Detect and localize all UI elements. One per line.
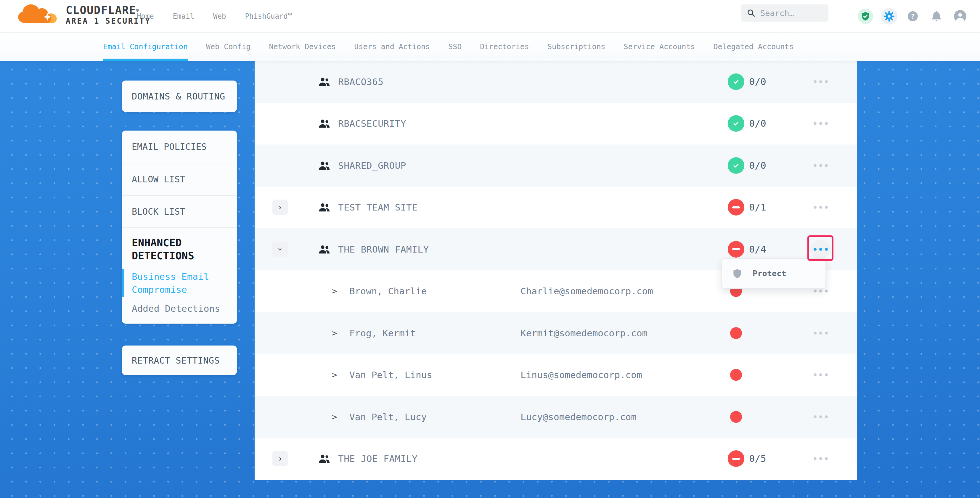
- sidebar-item-email-policies[interactable]: EMAIL POLICIES: [122, 130, 237, 163]
- row-menu-button[interactable]: [810, 448, 831, 469]
- shield-check-icon[interactable]: [858, 9, 873, 24]
- tab-sso[interactable]: SSO: [448, 33, 461, 61]
- tab-directories[interactable]: Directories: [480, 33, 529, 61]
- status-disabled-icon: [728, 450, 745, 467]
- cloudflare-logo-icon: [16, 2, 64, 25]
- protected-count: 0/4: [749, 243, 766, 255]
- status-disabled-icon: [728, 241, 745, 258]
- chevron-right-icon[interactable]: >: [332, 370, 337, 380]
- app-header: CLOUDFLARE® AREA 1 SECURITY Home Email W…: [0, 0, 980, 33]
- expand-row-button[interactable]: ›: [272, 200, 288, 215]
- group-name: RBACO365: [338, 76, 383, 87]
- table-row: › TEST TEAM SITE 0/1: [255, 186, 857, 229]
- collapse-row-button[interactable]: ›: [272, 242, 288, 257]
- search-icon: [747, 9, 756, 18]
- table-row: > Van Pelt, Lucy Lucy@somedemocorp.com: [255, 396, 857, 438]
- member-name: Van Pelt, Linus: [349, 369, 432, 380]
- protected-count: 0/1: [749, 202, 766, 213]
- chevron-right-icon: ›: [278, 455, 282, 463]
- group-people-icon: [317, 75, 331, 89]
- nav-item-email[interactable]: Email: [173, 12, 194, 21]
- row-menu-button[interactable]: [810, 323, 831, 344]
- retract-settings-label: RETRACT SETTINGS: [122, 355, 220, 366]
- enhanced-detections-section: ENHANCED DETECTIONS Business Email Compr…: [122, 228, 237, 323]
- row-menu-button[interactable]: [810, 197, 831, 218]
- chevron-right-icon[interactable]: >: [332, 328, 337, 338]
- header-icon-cluster: ?: [854, 0, 972, 33]
- nav-item-phishguard[interactable]: PhishGuard™: [245, 12, 292, 21]
- tab-subscriptions[interactable]: Subscriptions: [547, 33, 606, 61]
- sidebar-item-block-list[interactable]: BLOCK LIST: [122, 195, 237, 228]
- active-indicator-bar: [122, 269, 124, 297]
- nav-item-home[interactable]: Home: [137, 12, 154, 21]
- settings-gear-icon[interactable]: [881, 8, 897, 25]
- group-people-icon: [317, 117, 331, 130]
- member-email: Charlie@somedemocorp.com: [520, 286, 653, 296]
- table-row: RBACSECURITY 0/0: [255, 103, 857, 145]
- secondary-navigation: Email Configuration Web Config Network D…: [0, 33, 980, 61]
- row-menu-button[interactable]: [810, 364, 831, 385]
- table-row: RBACO365 0/0: [255, 61, 857, 103]
- sidebar-card-policies: EMAIL POLICIES ALLOW LIST BLOCK LIST ENH…: [122, 130, 237, 324]
- status-dot: [730, 411, 742, 423]
- enhanced-detections-title: ENHANCED DETECTIONS: [132, 236, 212, 263]
- group-name: THE BROWN FAMILY: [338, 244, 429, 255]
- member-email: Lucy@somedemocorp.com: [520, 412, 636, 422]
- status-enabled-icon: [728, 73, 745, 90]
- row-menu-button[interactable]: [810, 71, 831, 92]
- member-name: Brown, Charlie: [349, 286, 426, 296]
- sidebar-card-retract-settings[interactable]: RETRACT SETTINGS: [122, 345, 237, 375]
- top-navigation: Home Email Web PhishGuard™: [137, 0, 292, 33]
- status-enabled-icon: [728, 157, 745, 174]
- row-menu-button[interactable]: [810, 113, 831, 134]
- tab-web-config[interactable]: Web Config: [206, 33, 251, 61]
- user-avatar-icon[interactable]: [954, 10, 966, 22]
- sidebar-card-domains-routing[interactable]: DOMAINS & ROUTING: [122, 81, 237, 112]
- search-box[interactable]: [741, 5, 829, 22]
- sidebar-item-added-detections[interactable]: Added Detections: [132, 303, 228, 314]
- protected-count: 0/5: [749, 453, 766, 464]
- table-row: > Van Pelt, Linus Linus@somedemocorp.com: [255, 354, 857, 396]
- protected-count: 0/0: [749, 160, 766, 171]
- search-input[interactable]: [760, 9, 822, 18]
- chevron-right-icon[interactable]: >: [332, 412, 337, 422]
- status-enabled-icon: [728, 115, 745, 132]
- row-menu-button[interactable]: [810, 406, 831, 428]
- member-name: Frog, Kermit: [349, 328, 416, 339]
- protected-count: 0/0: [749, 118, 766, 129]
- expand-row-button[interactable]: ›: [272, 451, 288, 466]
- nav-item-web[interactable]: Web: [213, 12, 226, 21]
- tab-users-and-actions[interactable]: Users and Actions: [354, 33, 430, 61]
- row-menu-button[interactable]: [810, 155, 831, 176]
- table-row: > Frog, Kermit Kermit@somedemocorp.com: [255, 312, 857, 354]
- group-people-icon: [317, 200, 331, 214]
- tab-network-devices[interactable]: Network Devices: [269, 33, 336, 61]
- domains-routing-label: DOMAINS & ROUTING: [122, 91, 225, 102]
- protected-count: 0/0: [749, 76, 766, 88]
- sidebar-item-allow-list[interactable]: ALLOW LIST: [122, 163, 237, 195]
- group-name: THE JOE FAMILY: [338, 453, 417, 464]
- status-dot: [730, 327, 742, 339]
- tab-service-accounts[interactable]: Service Accounts: [624, 33, 695, 61]
- help-icon[interactable]: ?: [908, 11, 918, 21]
- group-people-icon: [317, 159, 331, 172]
- business-email-compromise-label: Business Email Compromise: [132, 271, 209, 295]
- row-menu-button-active[interactable]: [811, 240, 830, 259]
- chevron-right-icon: ›: [278, 204, 282, 211]
- member-name: Van Pelt, Lucy: [349, 412, 426, 422]
- row-context-menu[interactable]: Protect: [722, 258, 826, 289]
- group-name: TEST TEAM SITE: [338, 202, 417, 213]
- help-glyph: ?: [911, 13, 915, 20]
- tab-delegated-accounts[interactable]: Delegated Accounts: [713, 33, 794, 61]
- sidebar-item-business-email-compromise[interactable]: Business Email Compromise: [132, 270, 215, 296]
- notifications-bell-icon[interactable]: [930, 10, 943, 23]
- chevron-right-icon[interactable]: >: [332, 286, 337, 296]
- shield-icon: [732, 268, 743, 279]
- menu-item-protect[interactable]: Protect: [752, 269, 786, 278]
- status-disabled-icon: [728, 199, 745, 216]
- chevron-down-icon: ›: [276, 247, 284, 252]
- group-name: SHARED_GROUP: [338, 160, 406, 171]
- member-email: Kermit@somedemocorp.com: [520, 328, 648, 339]
- group-name: RBACSECURITY: [338, 118, 406, 129]
- tab-email-configuration[interactable]: Email Configuration: [103, 33, 188, 61]
